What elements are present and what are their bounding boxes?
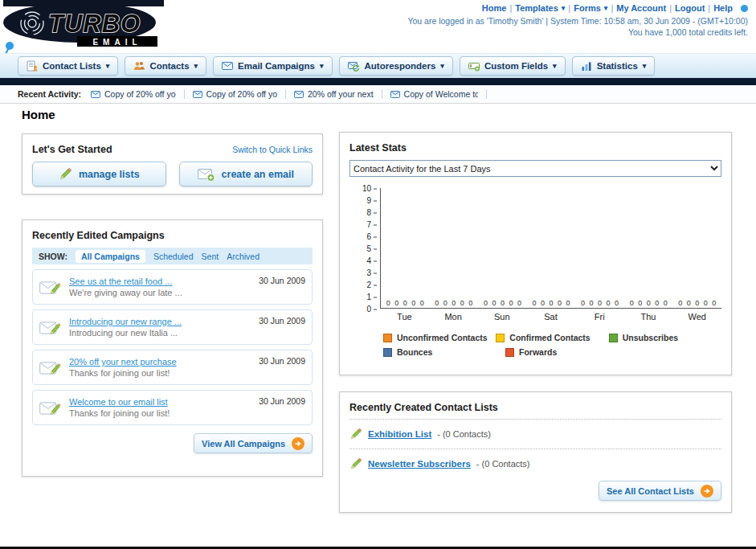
latest-stats-panel: Latest Stats Contact Activity for the La… — [339, 132, 732, 375]
top-nav-links: Home| Templates▾| Forms▾| My Account| Lo… — [407, 3, 748, 13]
chevron-down-icon: ▾ — [440, 62, 444, 70]
campaign-title-link[interactable]: Introducing our new range ... — [69, 317, 252, 326]
y-tick-label: 10 — [362, 184, 377, 193]
chart-zero-row: 0 0 0 0 00 0 0 0 00 0 0 0 00 0 0 0 00 0 … — [381, 299, 721, 307]
y-tick-label: 0 — [366, 305, 377, 313]
x-axis-label: Tue — [380, 309, 429, 322]
campaign-row[interactable]: See us at the retail food ... We're givi… — [32, 269, 313, 305]
nav-tab-contact-lists[interactable]: Contact Lists ▾ — [18, 56, 118, 76]
campaign-subtitle: Thanks for joining our list! — [69, 408, 252, 418]
top-link-help[interactable]: Help — [713, 3, 733, 13]
contact-count: - (0 Contacts) — [437, 429, 491, 439]
campaign-date: 30 Jun 2009 — [259, 316, 305, 326]
see-all-contact-lists-button[interactable]: See All Contact Lists — [599, 481, 721, 501]
divider — [349, 419, 721, 420]
x-axis-label: Sun — [477, 309, 526, 322]
separator: | — [568, 3, 570, 13]
contact-list-item[interactable]: Newsletter Subscribers - (0 Contacts) — [349, 455, 721, 473]
top-link-my-account[interactable]: My Account — [616, 3, 666, 13]
chart-day-row: TueMonSunSatFriThuWed — [380, 309, 721, 322]
y-tick-label: 2 — [366, 281, 377, 289]
divider — [349, 449, 721, 449]
x-axis-label: Thu — [624, 309, 673, 322]
stats-period-select[interactable]: Contact Activity for the Last 7 Days — [349, 160, 721, 177]
nav-tab-statistics[interactable]: Statistics ▾ — [572, 56, 656, 76]
recent-activity-item[interactable]: Copy of Welcome to — [390, 89, 487, 99]
turbo-email-logo: TURBO EMAIL — [3, 0, 225, 50]
top-link-forms[interactable]: Forms — [574, 3, 601, 13]
nav-tab-contacts[interactable]: Contacts ▾ — [125, 56, 206, 76]
chart-x-axis: TueMonSunSatFriThuWed — [349, 309, 721, 322]
campaign-title-link[interactable]: Welcome to our email list — [69, 397, 252, 407]
switch-quick-links-link[interactable]: Switch to Quick Links — [232, 145, 313, 154]
filter-scheduled[interactable]: Scheduled — [153, 252, 194, 261]
view-all-campaigns-label: View All Campaigns — [202, 439, 285, 449]
separator: | — [611, 3, 613, 13]
recent-activity-text: Copy of 20% off yo — [104, 89, 176, 99]
legend-item: Confirmed Contacts — [496, 333, 608, 342]
chevron-down-icon: ▾ — [604, 4, 608, 12]
recent-activity-text: Copy of 20% off yo — [206, 89, 278, 99]
y-tick-label: 1 — [366, 293, 377, 301]
envelope-icon — [91, 91, 100, 98]
x-axis-label: Fri — [575, 309, 624, 322]
show-label: SHOW: — [39, 252, 67, 261]
recent-activity-item[interactable]: Copy of 20% off yo — [91, 89, 185, 99]
bar-value-labels: 0 0 0 0 0 — [624, 299, 673, 307]
y-tick-label: 3 — [366, 268, 377, 277]
x-axis-label: Sat — [526, 309, 575, 322]
bar-value-labels: 0 0 0 0 0 — [381, 299, 430, 307]
chevron-down-icon: ▾ — [194, 62, 198, 70]
nav-tab-email-campaigns[interactable]: Email Campaigns ▾ — [213, 56, 332, 76]
campaign-row[interactable]: Introducing our new range ... Introducin… — [32, 309, 313, 345]
get-started-panel: Let's Get Started Switch to Quick Links … — [22, 133, 323, 195]
separator: | — [708, 3, 710, 13]
y-tick-label: 5 — [366, 244, 377, 253]
campaign-row[interactable]: Welcome to our email list Thanks for joi… — [32, 390, 313, 425]
campaign-subtitle: Thanks for joining our list! — [69, 368, 252, 378]
top-link-home[interactable]: Home — [482, 3, 507, 13]
view-all-campaigns-button[interactable]: View All Campaigns — [194, 433, 313, 453]
contact-count: - (0 Contacts) — [476, 459, 530, 469]
bar-value-labels: 0 0 0 0 0 — [672, 299, 721, 307]
filter-archived[interactable]: Archived — [227, 252, 259, 261]
recent-activity-item[interactable]: 20% off your next — [294, 89, 382, 99]
campaign-row[interactable]: 20% off your next purchase Thanks for jo… — [32, 350, 313, 385]
pencil-icon — [59, 167, 72, 181]
campaign-filters: SHOW: All Campaigns Scheduled Sent Archi… — [32, 248, 313, 264]
nav-tab-autoresponders[interactable]: Autoresponders ▾ — [339, 56, 453, 76]
header-right: Home| Templates▾| Forms▾| My Account| Lo… — [407, 3, 748, 37]
campaign-subtitle: Introducing our new Italia ... — [69, 328, 252, 338]
campaign-title-link[interactable]: See us at the retail food ... — [69, 277, 252, 286]
recent-contact-lists-panel: Recently Created Contact Lists Exhibitio… — [339, 391, 732, 513]
top-link-logout[interactable]: Logout — [675, 3, 705, 13]
chevron-down-icon: ▾ — [553, 62, 557, 70]
legend-item: Unconfirmed Contacts — [383, 333, 496, 342]
email-pencil-icon — [39, 279, 63, 296]
y-tick-label: 6 — [366, 232, 377, 241]
create-email-button[interactable]: create an email — [179, 162, 313, 186]
blue-dot-decoration — [741, 5, 748, 12]
email-pencil-icon — [39, 359, 63, 376]
legend-label: Forwards — [519, 347, 557, 357]
nav-tab-label: Contact Lists — [43, 61, 101, 71]
filter-all-campaigns[interactable]: All Campaigns — [76, 250, 145, 263]
main-nav: Contact Lists ▾ Contacts ▾ Email Campaig… — [0, 53, 756, 78]
top-link-templates[interactable]: Templates — [515, 3, 558, 13]
login-info: You are logged in as 'Timothy Smith' | S… — [407, 16, 748, 26]
bar-value-labels: 0 0 0 0 0 — [430, 299, 479, 307]
pencil-icon — [349, 457, 362, 470]
legend-label: Unconfirmed Contacts — [397, 333, 488, 342]
nav-tab-label: Custom Fields — [484, 61, 548, 71]
contact-list-item[interactable]: Exhibition List - (0 Contacts) — [349, 425, 721, 443]
recent-activity-item[interactable]: Copy of 20% off yo — [193, 89, 287, 99]
nav-tab-custom-fields[interactable]: Custom Fields ▾ — [460, 56, 566, 76]
campaign-title-link[interactable]: 20% off your next purchase — [69, 357, 252, 367]
chevron-down-icon: ▾ — [562, 4, 566, 12]
contact-list-link[interactable]: Newsletter Subscribers — [368, 459, 471, 469]
recent-activity-label: Recent Activity: — [18, 89, 81, 99]
nav-underline-bar — [0, 78, 756, 85]
filter-sent[interactable]: Sent — [202, 252, 219, 261]
manage-lists-button[interactable]: manage lists — [32, 162, 166, 186]
contact-list-link[interactable]: Exhibition List — [368, 429, 431, 439]
